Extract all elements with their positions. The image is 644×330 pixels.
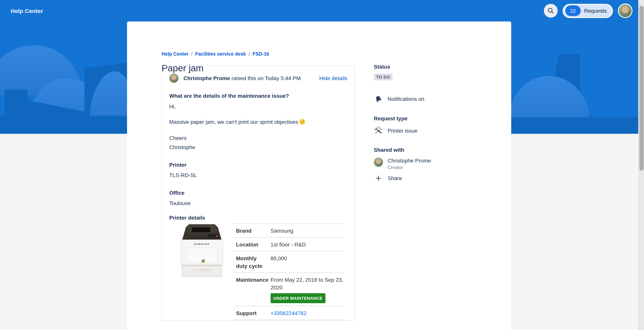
skyline-base <box>0 116 131 134</box>
top-bar-actions: 22 Requests <box>544 0 632 21</box>
tools-icon <box>374 126 383 135</box>
shared-person-row: Christophe Prome Creator <box>374 158 508 170</box>
sad-emoji <box>299 119 305 125</box>
printer-body: SAMSUNG <box>181 240 223 265</box>
printer-details-heading: Printer details <box>169 214 347 221</box>
table-row: Brand Samsung <box>233 223 345 237</box>
request-detail-box: Christophe Prome raised this on Today 5:… <box>162 66 355 321</box>
requests-count-badge: 22 <box>565 5 581 16</box>
request-type-heading: Request type <box>374 115 508 122</box>
request-body-line: Massive paper jam, we can't print our sp… <box>169 118 347 126</box>
person-avatar <box>374 158 383 167</box>
person-info: Christophe Prome Creator <box>388 158 431 170</box>
row-label: Maintenance <box>236 276 270 303</box>
row-label: Monthly duty cycle <box>236 255 270 270</box>
request-body-line: Christophe <box>169 143 347 151</box>
request-sidebar: Status TO DO Notifications on Request ty… <box>374 64 508 183</box>
request-question: What are the details of the maintenance … <box>169 92 347 100</box>
breadcrumb-service-desk[interactable]: Facilities service desk <box>195 51 246 57</box>
plus-icon <box>374 174 383 183</box>
request-type-value: Printer issue <box>388 128 418 134</box>
table-row: Support +33562244762 <box>233 306 345 320</box>
printer-control-panel <box>208 234 219 238</box>
request-type-row: Printer issue <box>374 126 508 135</box>
field-value-office: Toulouse <box>169 199 347 207</box>
request-header: Christophe Prome raised this on Today 5:… <box>169 74 347 83</box>
row-value: +33562244762 <box>270 309 345 317</box>
row-value: Samsung <box>270 227 345 235</box>
row-label: Location <box>236 241 270 248</box>
breadcrumb-separator: / <box>191 51 192 57</box>
field-label-printer: Printer <box>169 161 347 169</box>
page-scrollbar <box>638 0 644 330</box>
request-body-line: Hi, <box>169 103 347 110</box>
breadcrumb: Help Center/Facilities service desk/FSD-… <box>162 51 269 57</box>
breadcrumb-issue-key[interactable]: FSD-16 <box>252 51 269 57</box>
status-heading: Status <box>374 64 508 70</box>
request-body-line: Cheers <box>169 134 347 142</box>
printer-color-logo <box>202 259 204 261</box>
printer-details-row: SAMSUNG Brand Samsung Location 1st floor… <box>169 223 347 320</box>
reporter-avatar <box>169 74 178 83</box>
printer-brand-text: SAMSUNG <box>181 243 222 245</box>
printer-paper-slot <box>192 227 210 232</box>
skyline-base <box>510 117 644 134</box>
row-value: 1st floor - R&D <box>270 241 345 248</box>
support-phone-link[interactable]: +33562244762 <box>270 310 307 316</box>
row-label: Support <box>236 309 270 317</box>
share-button[interactable]: Share <box>374 174 508 183</box>
bell-icon <box>374 94 383 104</box>
printer-image: SAMSUNG <box>180 223 223 277</box>
printer-details-table: Brand Samsung Location 1st floor - R&D M… <box>233 223 345 320</box>
app-title: Help Center <box>11 7 43 14</box>
requests-button[interactable]: 22 Requests <box>563 4 613 18</box>
breadcrumb-help-center[interactable]: Help Center <box>162 51 188 57</box>
table-row: Monthly duty cycle 80,000 <box>233 251 345 273</box>
search-icon <box>547 7 554 14</box>
person-name: Christophe Prome <box>388 158 431 164</box>
notifications-label: Notifications on <box>388 96 424 102</box>
table-row: Location 1st floor - R&D <box>233 237 345 251</box>
field-value-printer: TLS-RD-SL <box>169 171 347 179</box>
maintenance-status-badge: UNDER MAINTENANCE <box>270 293 325 303</box>
top-bar: Help Center 22 Requests <box>0 0 644 21</box>
breadcrumb-separator: / <box>248 51 250 57</box>
row-value: 80,000 <box>270 255 345 270</box>
row-label: Brand <box>236 227 270 235</box>
request-page-card: Help Center/Facilities service desk/FSD-… <box>127 21 511 330</box>
hide-details-link[interactable]: Hide details <box>319 75 347 81</box>
notifications-toggle[interactable]: Notifications on <box>374 94 508 104</box>
scrollbar-thumb[interactable] <box>640 6 644 170</box>
search-button[interactable] <box>544 4 558 18</box>
request-reporter-line: Christophe Prome raised this on Today 5:… <box>184 75 301 81</box>
shared-with-heading: Shared with <box>374 147 508 153</box>
person-role: Creator <box>388 165 431 170</box>
share-label: Share <box>388 175 402 181</box>
raised-meta: raised this on Today 5:44 PM <box>230 75 301 81</box>
maintenance-dates: From May 22, 2018 to Sep 23, 2020 <box>270 277 343 291</box>
field-label-office: Office <box>169 189 347 197</box>
user-avatar[interactable] <box>618 3 632 18</box>
requests-label: Requests <box>584 8 607 14</box>
table-row: Maintenance From May 22, 2018 to Sep 23,… <box>233 273 345 306</box>
printer-tray <box>182 265 222 277</box>
status-badge: TO DO <box>374 74 392 80</box>
row-value: From May 22, 2018 to Sep 23, 2020 UNDER … <box>270 276 345 303</box>
reporter-name: Christophe Prome <box>184 75 230 81</box>
